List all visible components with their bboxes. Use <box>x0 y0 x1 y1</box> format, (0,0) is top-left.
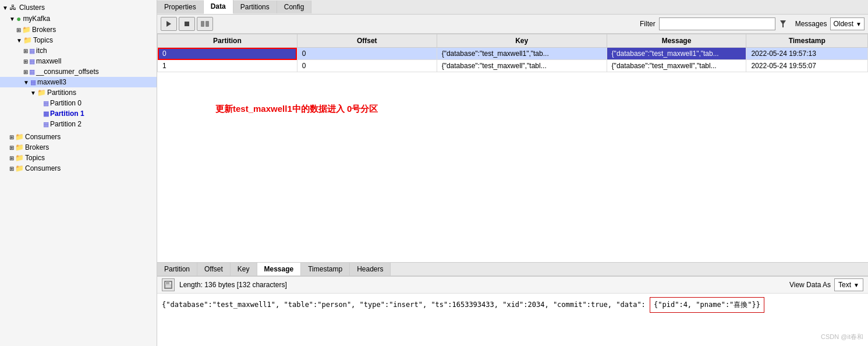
toolbar: Filter Messages Oldest ▼ <box>157 15 868 34</box>
sidebar-item-clusters[interactable]: ▼ 🖧 Clusters <box>0 2 157 13</box>
refresh-button[interactable] <box>197 17 213 31</box>
itch-label: itch <box>36 47 47 55</box>
th-key: Key <box>437 34 607 48</box>
tab-config[interactable]: Config <box>277 1 312 13</box>
bottom-tab-partition[interactable]: Partition <box>157 263 197 276</box>
th-timestamp: Timestamp <box>746 34 868 48</box>
bottom-tab-offset[interactable]: Offset <box>197 263 231 276</box>
play-button[interactable] <box>161 17 177 31</box>
maxwell3-topic-icon: ▦ <box>30 79 36 86</box>
th-offset: Offset <box>297 34 437 48</box>
topics2-label: Topics <box>25 154 45 162</box>
sidebar-item-mykafka[interactable]: ▼ ● myKafka <box>0 13 157 24</box>
messages-dropdown-arrow: ▼ <box>856 21 862 27</box>
expand-icon-consumers2[interactable]: ⊞ <box>9 165 14 172</box>
stop-button[interactable] <box>179 17 195 31</box>
expand-icon-mykafka[interactable]: ▼ <box>9 16 15 22</box>
save-button[interactable] <box>162 278 175 291</box>
kafka-status-icon: ● <box>16 14 21 23</box>
maxwell-label: maxwell <box>36 57 61 65</box>
sidebar-item-partition0[interactable]: ▶ ▦ Partition 0 <box>0 98 157 108</box>
svg-marker-0 <box>166 21 171 27</box>
expand-icon-consumers1[interactable]: ⊞ <box>9 134 14 140</box>
brokers1-folder-icon: 📁 <box>22 26 31 34</box>
expand-icon-brokers1[interactable]: ⊞ <box>16 27 21 33</box>
sidebar-item-brokers1[interactable]: ⊞ 📁 Brokers <box>0 24 157 35</box>
consumers2-label: Consumers <box>25 164 61 172</box>
partitions-folder-icon: 📁 <box>37 89 46 97</box>
expand-icon-topics2[interactable]: ⊞ <box>9 155 14 161</box>
th-partition: Partition <box>158 34 297 48</box>
itch-topic-icon: ▦ <box>29 47 35 55</box>
partition1-label: Partition 1 <box>50 110 84 118</box>
json-highlight-text: {"pid":4, "pname":"喜換"}} <box>650 297 764 313</box>
bottom-tabs-bar: Partition Offset Key Message Timestamp H… <box>157 262 868 276</box>
expand-icon-maxwell[interactable]: ⊞ <box>23 58 28 65</box>
brokers2-label: Brokers <box>25 143 49 151</box>
table-cell[interactable]: 2022-05-24 19:55:07 <box>746 60 868 72</box>
sidebar-item-brokers2[interactable]: ⊞ 📁 Brokers <box>0 142 157 153</box>
tab-data[interactable]: Data <box>204 0 233 14</box>
svg-rect-6 <box>166 281 169 284</box>
consumers1-folder-icon: 📁 <box>15 133 24 141</box>
view-data-value: Text <box>838 281 851 289</box>
consumer-offsets-icon: ▦ <box>29 68 35 76</box>
expand-icon-itch[interactable]: ⊞ <box>23 48 28 54</box>
table-row[interactable]: 10{"database":"test_maxwell","tabl...{"d… <box>158 60 868 72</box>
table-cell[interactable]: {"database":"test_maxwell1","tab... <box>437 48 607 60</box>
bottom-tab-key[interactable]: Key <box>231 263 257 276</box>
sidebar-item-consumers1[interactable]: ⊞ 📁 Consumers <box>0 132 157 142</box>
table-cell[interactable]: 0 <box>158 48 297 60</box>
bottom-panel: Length: 136 bytes [132 characters] View … <box>157 276 868 346</box>
partition0-icon: ▦ <box>43 100 49 107</box>
table-cell[interactable]: {"database":"test_maxwell","tabl... <box>437 60 607 72</box>
expand-icon-maxwell3[interactable]: ▼ <box>23 79 29 86</box>
stop-icon <box>183 20 191 28</box>
sidebar-item-partition1[interactable]: ▶ ▦ Partition 1 <box>0 108 157 119</box>
messages-value: Oldest <box>833 20 853 28</box>
filter-area: Filter Messages Oldest ▼ <box>640 17 865 30</box>
length-info: Length: 136 bytes [132 characters] <box>179 281 789 289</box>
json-highlight-inner: {"pid":4, "pname":"喜換"}} <box>654 301 760 309</box>
tab-properties[interactable]: Properties <box>157 1 204 13</box>
sidebar-item-partitions[interactable]: ▼ 📁 Partitions <box>0 87 157 98</box>
bottom-tab-timestamp[interactable]: Timestamp <box>301 263 350 276</box>
sidebar-item-topics1[interactable]: ▼ 📁 Topics <box>0 35 157 45</box>
maxwell3-label: maxwell3 <box>37 78 66 86</box>
table-row[interactable]: 00{"database":"test_maxwell1","tab...{"d… <box>158 48 868 60</box>
expand-icon-clusters[interactable]: ▼ <box>2 5 8 11</box>
expand-icon-consumer-offsets[interactable]: ⊞ <box>23 69 28 75</box>
sidebar-item-maxwell3[interactable]: ▼ ▦ maxwell3 <box>0 77 157 87</box>
table-cell[interactable]: 2022-05-24 19:57:13 <box>746 48 868 60</box>
topics1-folder-icon: 📁 <box>23 36 32 44</box>
expand-icon-brokers2[interactable]: ⊞ <box>9 144 14 151</box>
data-table-container: Partition Offset Key Message Timestamp 0… <box>157 34 868 262</box>
sidebar-item-topics2[interactable]: ⊞ 📁 Topics <box>0 153 157 163</box>
top-tabs-bar: Properties Data Partitions Config <box>157 0 868 15</box>
table-cell[interactable]: {"database":"test_maxwell1","tab... <box>607 48 746 60</box>
topics2-folder-icon: 📁 <box>15 154 24 162</box>
sidebar-item-partition2[interactable]: ▶ ▦ Partition 2 <box>0 119 157 129</box>
svg-rect-3 <box>206 21 209 27</box>
table-cell[interactable]: 1 <box>158 60 297 72</box>
bottom-tab-headers[interactable]: Headers <box>350 263 391 276</box>
bottom-tab-message[interactable]: Message <box>257 263 302 276</box>
sidebar-item-maxwell[interactable]: ⊞ ▦ maxwell <box>0 56 157 66</box>
table-cell[interactable]: 0 <box>297 60 437 72</box>
table-cell[interactable]: {"database":"test_maxwell","tabl... <box>607 60 746 72</box>
tab-partitions[interactable]: Partitions <box>233 1 277 13</box>
table-header-row: Partition Offset Key Message Timestamp <box>158 34 868 48</box>
filter-input[interactable] <box>659 17 775 30</box>
sidebar: ▼ 🖧 Clusters ▼ ● myKafka ⊞ 📁 Brokers ▼ 📁… <box>0 0 157 346</box>
expand-icon-partitions[interactable]: ▼ <box>30 90 36 96</box>
sidebar-item-consumers2[interactable]: ⊞ 📁 Consumers <box>0 163 157 174</box>
messages-select[interactable]: Oldest ▼ <box>830 17 865 30</box>
th-message: Message <box>607 34 746 48</box>
clusters-label: Clusters <box>19 3 45 12</box>
view-data-as-select[interactable]: Text ▼ <box>834 278 863 291</box>
sidebar-item-consumer-offsets[interactable]: ⊞ ▦ __consumer_offsets <box>0 66 157 77</box>
table-cell[interactable]: 0 <box>297 48 437 60</box>
expand-icon-topics1[interactable]: ▼ <box>16 37 22 44</box>
sidebar-item-itch[interactable]: ⊞ ▦ itch <box>0 45 157 56</box>
bottom-content: {"database":"test_maxwell1", "table":"pe… <box>157 294 868 346</box>
